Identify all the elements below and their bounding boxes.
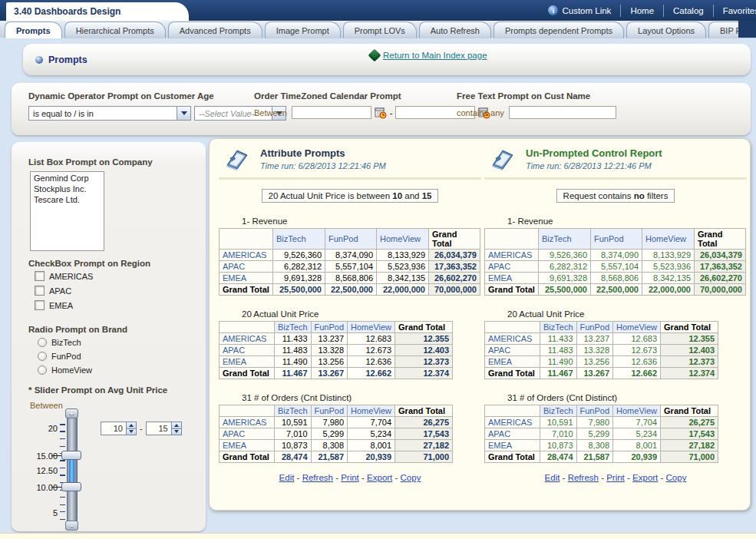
lower-value-spinner[interactable]: 10: [101, 422, 137, 435]
global-link-catalog[interactable]: Catalog: [663, 5, 713, 17]
row-header-americas[interactable]: AMERICAS: [485, 333, 540, 345]
print-link[interactable]: Print: [606, 473, 625, 482]
row-header-apac[interactable]: APAC: [485, 428, 540, 440]
operator-select-arrow-icon[interactable]: [177, 107, 190, 120]
spinner-up-icon[interactable]: [126, 422, 137, 429]
calendar-clock-icon[interactable]: [375, 107, 387, 119]
row-header-emea[interactable]: EMEA: [485, 356, 540, 368]
print-link[interactable]: Print: [341, 473, 359, 482]
row-header-americas[interactable]: AMERICAS: [220, 333, 275, 345]
listbox-option-stockplus-inc[interactable]: Stockplus Inc.: [31, 184, 104, 195]
col-header-funpod[interactable]: FunPod: [311, 405, 348, 417]
row-header-apac[interactable]: APAC: [220, 261, 273, 273]
lower-value[interactable]: 10: [101, 422, 126, 435]
pivot-cell: 12.673: [348, 345, 395, 356]
refresh-link[interactable]: Refresh: [568, 473, 599, 482]
checkbox-americas[interactable]: [35, 271, 45, 281]
col-header-funpod[interactable]: FunPod: [576, 322, 613, 333]
report-table-section: 31 # of Orders (Cnt Distinct)BizTechFunP…: [219, 393, 481, 463]
row-header-emea[interactable]: EMEA: [485, 440, 540, 451]
row-header-americas[interactable]: AMERICAS: [485, 417, 540, 428]
row-header-emea[interactable]: EMEA: [220, 273, 273, 284]
col-header-funpod[interactable]: FunPod: [311, 322, 348, 333]
col-header-funpod[interactable]: FunPod: [591, 229, 642, 250]
col-header-homeview[interactable]: HomeView: [348, 322, 395, 333]
export-link[interactable]: Export: [367, 473, 392, 482]
row-header-apac[interactable]: APAC: [485, 261, 539, 273]
col-header-funpod[interactable]: FunPod: [325, 229, 377, 250]
spinner-down-icon[interactable]: [171, 429, 182, 436]
row-header-americas[interactable]: AMERICAS: [485, 250, 539, 261]
col-header-homeview[interactable]: HomeView: [613, 322, 661, 333]
slider-increase-button[interactable]: +: [65, 408, 78, 418]
cust-name-input[interactable]: [509, 106, 616, 119]
listbox-option-tescare-ltd[interactable]: Tescare Ltd.: [31, 195, 104, 206]
top-banner: 3.40 Dashboards Design iCustom LinkHomeC…: [0, 0, 756, 21]
col-header-biztech[interactable]: BizTech: [539, 229, 591, 250]
spinner-down-icon[interactable]: [126, 429, 137, 436]
slider-decrease-button[interactable]: -: [65, 521, 78, 531]
listbox-option-genmind-corp[interactable]: Genmind Corp: [31, 174, 104, 184]
date-from-input[interactable]: [292, 106, 371, 119]
export-link[interactable]: Export: [632, 473, 658, 482]
col-header-biztech[interactable]: BizTech: [540, 322, 577, 333]
tab-image-prompt[interactable]: Image Prompt: [265, 21, 341, 38]
operator-select[interactable]: is equal to / is in: [28, 106, 191, 121]
tab-prompt-lovs[interactable]: Prompt LOVs: [343, 21, 417, 38]
global-link-home[interactable]: Home: [620, 5, 663, 17]
radio-homeview[interactable]: [38, 365, 47, 375]
slider-tick-label: 20: [18, 424, 58, 433]
row-header-americas[interactable]: AMERICAS: [220, 250, 273, 261]
slider-lower-handle[interactable]: [61, 482, 81, 491]
upper-value[interactable]: 15: [146, 422, 171, 435]
col-header-grand-total: Grand Total: [661, 405, 718, 417]
pivot-cell: 5,299: [311, 428, 348, 440]
row-header-emea[interactable]: EMEA: [220, 356, 275, 368]
company-listbox[interactable]: Genmind CorpStockplus Inc.Tescare Ltd.: [30, 171, 104, 251]
col-header-biztech[interactable]: BizTech: [273, 229, 325, 250]
refresh-link[interactable]: Refresh: [302, 473, 333, 482]
row-header-apac[interactable]: APAC: [485, 345, 540, 356]
col-header-homeview[interactable]: HomeView: [642, 229, 695, 250]
operator-select-value: is equal to / is in: [29, 107, 177, 120]
col-header-biztech[interactable]: BizTech: [275, 405, 312, 417]
global-link-custom-link[interactable]: iCustom Link: [539, 4, 620, 17]
tabrow-end-cap: [738, 21, 756, 38]
copy-link[interactable]: Copy: [401, 473, 421, 482]
row-header-emea[interactable]: EMEA: [220, 440, 275, 451]
tab-layout-options[interactable]: Layout Options: [626, 21, 706, 38]
tab-auto-refresh[interactable]: Auto Refresh: [419, 21, 491, 38]
col-header-homeview[interactable]: HomeView: [613, 405, 661, 417]
row-header-apac[interactable]: APAC: [220, 428, 275, 440]
col-header-homeview[interactable]: HomeView: [348, 405, 395, 417]
checkbox-emea[interactable]: [35, 300, 45, 310]
checkbox-apac[interactable]: [35, 286, 45, 296]
section-bullet-icon: [35, 56, 43, 64]
tab-advanced-prompts[interactable]: Advanced Prompts: [168, 21, 262, 38]
edit-link[interactable]: Edit: [279, 473, 295, 482]
global-link-favorites[interactable]: Favorites: [713, 5, 756, 17]
slider-upper-handle[interactable]: [61, 451, 81, 460]
pivot-cell: 8,568,806: [325, 273, 377, 284]
return-to-index-link[interactable]: Return to Main Index page: [383, 51, 487, 60]
col-header-funpod[interactable]: FunPod: [576, 405, 613, 417]
row-header-emea[interactable]: EMEA: [485, 273, 539, 284]
pivot-cell: 7,704: [348, 417, 395, 428]
radio-label: FunPod: [51, 352, 81, 361]
spinner-up-icon[interactable]: [171, 422, 182, 429]
edit-link[interactable]: Edit: [545, 473, 560, 482]
pivot-cell: 7,980: [311, 417, 348, 428]
radio-biztech[interactable]: [38, 338, 47, 347]
upper-value-spinner[interactable]: 15: [146, 422, 182, 435]
col-header-biztech[interactable]: BizTech: [540, 405, 577, 417]
col-header-homeview[interactable]: HomeView: [377, 229, 429, 250]
radio-funpod[interactable]: [38, 352, 47, 361]
col-header-biztech[interactable]: BizTech: [275, 322, 312, 333]
tab-prompts-dependent-prompts[interactable]: Prompts dependent Prompts: [494, 21, 624, 38]
row-header-apac[interactable]: APAC: [220, 345, 275, 356]
row-header-americas[interactable]: AMERICAS: [220, 417, 275, 428]
copy-link[interactable]: Copy: [666, 473, 687, 482]
pivot-cell: 8,001: [348, 440, 395, 451]
tab-prompts[interactable]: Prompts: [5, 21, 62, 38]
tab-hierarchical-prompts[interactable]: Hierarchical Prompts: [64, 21, 166, 38]
